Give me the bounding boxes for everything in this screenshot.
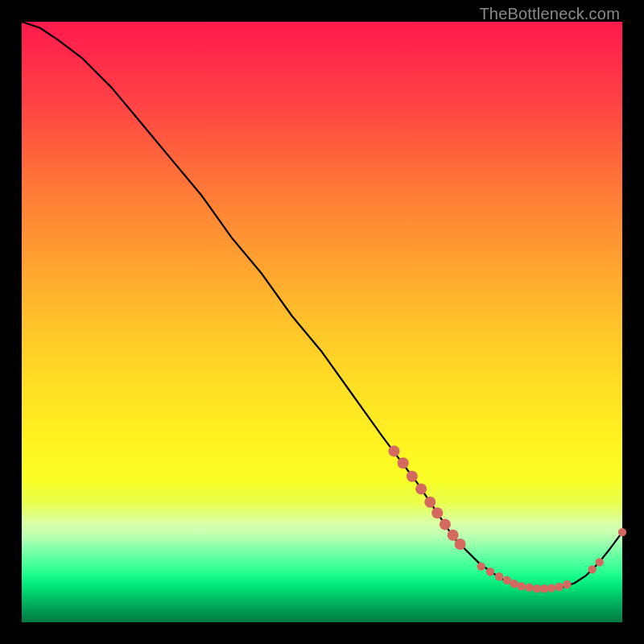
data-marker	[510, 580, 518, 588]
data-marker	[440, 518, 451, 530]
data-marker	[424, 497, 436, 508]
data-marker	[596, 558, 604, 566]
data-marker	[588, 565, 597, 573]
data-marker	[503, 576, 511, 584]
chart-svg	[22, 22, 622, 622]
data-marker	[618, 528, 626, 536]
data-marker	[555, 583, 564, 591]
chart-frame: TheBottleneck.com	[0, 0, 644, 644]
data-marker	[477, 562, 485, 570]
data-marker	[547, 584, 555, 592]
plot-area	[22, 22, 622, 622]
data-marker	[525, 584, 533, 592]
data-marker	[533, 584, 541, 592]
data-markers	[389, 445, 627, 592]
data-marker	[415, 483, 427, 494]
data-marker	[540, 584, 548, 592]
data-marker	[398, 457, 409, 469]
data-marker	[518, 582, 526, 590]
data-marker	[563, 580, 571, 588]
watermark-text: TheBottleneck.com	[479, 5, 620, 23]
data-marker	[431, 507, 443, 518]
data-marker	[486, 568, 494, 576]
data-marker	[389, 445, 400, 456]
data-marker	[407, 471, 418, 482]
data-marker	[455, 539, 466, 550]
bottleneck-curve-line	[22, 22, 622, 588]
data-marker	[448, 530, 459, 541]
data-marker	[495, 572, 503, 580]
